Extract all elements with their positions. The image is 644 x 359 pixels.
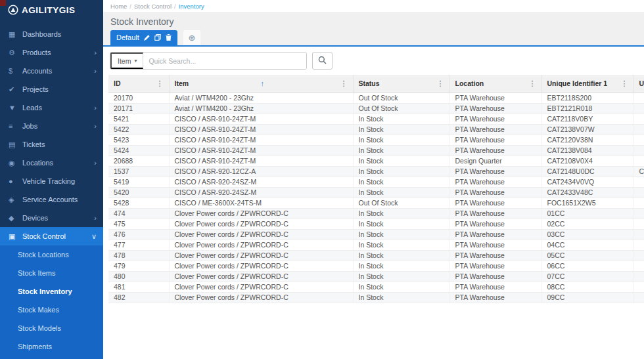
cell-location: Design Quarter [449,156,541,166]
table-row[interactable]: 5423CISCO / ASR-910-24ZT-MIn StockPTA Wa… [108,135,644,145]
sidebar-item-stock-control[interactable]: ▣Stock Control∨ [0,227,103,245]
cell-id: 1537 [108,166,169,177]
sidebar-item-locations[interactable]: ◉Locations› [0,154,103,172]
sidebar-item-leads[interactable]: ▼Leads› [0,98,103,117]
sidebar-item-service-accounts[interactable]: ◈Service Accounts [0,190,103,209]
edit-tab-icon[interactable] [144,35,150,41]
cell-status: In Stock [353,219,449,229]
cell-status: In Stock [353,282,449,292]
chevron-right-icon: › [94,122,97,130]
breadcrumb-stock-control[interactable]: Stock Control [134,3,172,10]
table-row[interactable]: 20170Aviat / WTM4200 - 23GhzOut Of Stock… [108,93,644,103]
cell-item: Clover Power cords / ZPWRCORD-C [169,229,353,240]
cell-item: Aviat / WTM4200 - 23Ghz [169,93,353,103]
table-row[interactable]: 476Clover Power cords / ZPWRCORD-CIn Sto… [108,229,644,240]
sidebar-submenu: Stock LocationsStock ItemsStock Inventor… [0,245,103,359]
cell-location: PTA Warehouse [449,135,541,145]
table-row[interactable]: 479Clover Power cords / ZPWRCORD-CIn Sto… [108,261,644,271]
sidebar-item-projects[interactable]: ✔Projects [0,80,103,98]
cell-id: 479 [108,261,169,271]
table-row[interactable]: 5419CISCO / ASR-920-24SZ-MIn StockPTA Wa… [108,177,644,187]
tab-default[interactable]: Default [110,30,177,45]
sidebar-subitem-stock-locations[interactable]: Stock Locations [0,245,103,264]
column-header-item[interactable]: Item↑⋮ [169,75,353,93]
breadcrumb-inventory[interactable]: Inventory [179,3,204,10]
cell-status: In Stock [353,177,449,187]
table-row[interactable]: 477Clover Power cords / ZPWRCORD-CIn Sto… [108,240,644,250]
table-row[interactable]: 20171Aviat / WTM4200 - 23GhzOut Of Stock… [108,103,644,114]
cell-unique-identifier-1: 04CC [541,240,633,250]
sidebar-subitem-stock-models[interactable]: Stock Models [0,319,103,337]
cell-item: CISCO / ASR-910-24ZT-M [169,114,353,124]
chevron-right-icon: › [94,67,97,75]
sidebar-item-tickets[interactable]: ▤Tickets [0,135,103,154]
cell-item: CISCO / ASR-910-24ZT-M [169,156,353,166]
cell-item: Aviat / WTM4200 - 23Ghz [169,103,353,114]
tickets-icon: ▤ [9,140,22,149]
app-logo[interactable]: AGILITYGIS [0,0,103,18]
sidebar-item-label: Dashboards [22,30,97,38]
table-row[interactable]: 1537CISCO / ASR-920-12CZ-AIn StockPTA Wa… [108,166,644,177]
column-menu-icon[interactable]: ⋮ [433,79,444,88]
sidebar-item-jobs[interactable]: ≡Jobs› [0,117,103,135]
column-header-u[interactable]: U⋮ [633,75,644,93]
sidebar-item-products[interactable]: ⚙Products› [0,43,103,62]
cell-status: In Stock [353,156,449,166]
copy-tab-icon[interactable] [154,34,161,41]
column-header-id[interactable]: ID⋮ [108,75,169,93]
delete-tab-icon[interactable] [166,34,172,41]
table-row[interactable]: 481Clover Power cords / ZPWRCORD-CIn Sto… [108,282,644,292]
sidebar-item-dashboards[interactable]: ▦Dashboards [0,25,103,43]
cell-id: 20170 [108,93,169,103]
column-header-unique-identifier-1[interactable]: Unique Identifier 1⋮ [541,75,633,93]
cell-location: PTA Warehouse [449,250,541,261]
cell-id: 478 [108,250,169,261]
column-menu-icon[interactable]: ⋮ [336,79,348,88]
table-row[interactable]: 20688CISCO / ASR-910-24ZT-MIn StockDesig… [108,156,644,166]
cell-location: PTA Warehouse [449,292,541,303]
sidebar-subitem-stock-makes[interactable]: Stock Makes [0,301,103,319]
column-header-status[interactable]: Status⋮ [353,75,449,93]
service-accounts-icon: ◈ [9,196,22,204]
cell-location: PTA Warehouse [449,229,541,240]
cell-u [633,250,644,261]
table-row[interactable]: 5421CISCO / ASR-910-24ZT-MIn StockPTA Wa… [108,114,644,124]
cell-id: 474 [108,208,169,219]
sidebar-subitem-shipments[interactable]: Shipments [0,337,103,356]
sidebar-nav: ▦Dashboards⚙Products›$Accounts›✔Projects… [0,25,103,245]
sidebar-subitem-stock-items[interactable]: Stock Items [0,264,103,282]
breadcrumb-home[interactable]: Home [110,3,127,10]
sidebar-item-devices[interactable]: ◆Devices› [0,209,103,227]
sidebar-item-vehicle-tracking[interactable]: ●Vehicle Tracking [0,172,103,190]
table-row[interactable]: 482Clover Power cords / ZPWRCORD-CIn Sto… [108,292,644,303]
sidebar-subitem-stock-inventory[interactable]: Stock Inventory [0,282,103,301]
add-view-tab-button[interactable]: ⊕ [183,30,200,45]
quick-search-input[interactable] [143,53,306,69]
table-row[interactable]: 5424CISCO / ASR-910-24ZT-MIn StockPTA Wa… [108,145,644,156]
table-row[interactable]: 475Clover Power cords / ZPWRCORD-CIn Sto… [108,219,644,229]
cell-location: PTA Warehouse [449,282,541,292]
table-row[interactable]: 5422CISCO / ASR-910-24ZT-MIn StockPTA Wa… [108,124,644,135]
table-row[interactable]: 474Clover Power cords / ZPWRCORD-CIn Sto… [108,208,644,219]
search-field-selector[interactable]: Item ▾ [110,53,143,69]
column-menu-icon[interactable]: ⋮ [152,79,164,88]
search-button[interactable] [312,52,333,70]
stock-control-icon: ▣ [9,232,22,241]
leads-icon: ▼ [9,104,22,112]
table-row[interactable]: 480Clover Power cords / ZPWRCORD-CIn Sto… [108,271,644,282]
cell-location: PTA Warehouse [449,103,541,114]
column-header-location[interactable]: Location⋮ [449,75,541,93]
cell-id: 5420 [108,187,169,198]
sidebar-item-label: Stock Control [22,232,91,240]
column-menu-icon[interactable]: ⋮ [617,79,628,88]
table-row[interactable]: 5420CISCO / ASR-920-24SZ-MIn StockPTA Wa… [108,187,644,198]
cell-id: 5424 [108,145,169,156]
column-label: Item [175,79,189,87]
table-row[interactable]: 478Clover Power cords / ZPWRCORD-CIn Sto… [108,250,644,261]
table-row[interactable]: 5428CISCO / ME-3600X-24TS-MOut Of StockP… [108,198,644,208]
sidebar: AGILITYGIS ▦Dashboards⚙Products›$Account… [0,0,103,359]
cell-item: Clover Power cords / ZPWRCORD-C [169,208,353,219]
cell-u: C [633,166,644,177]
column-menu-icon[interactable]: ⋮ [525,79,536,88]
sidebar-item-accounts[interactable]: $Accounts› [0,62,103,80]
